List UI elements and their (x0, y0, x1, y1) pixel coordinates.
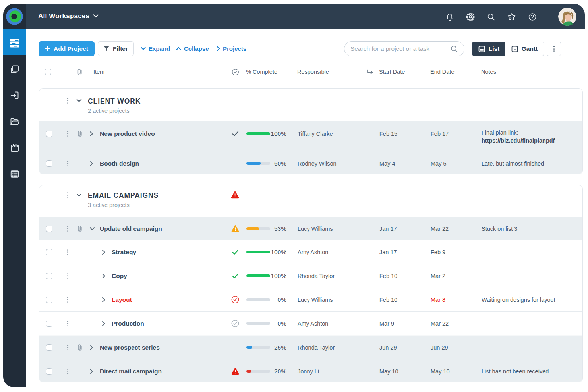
column-item[interactable]: Item (93, 63, 104, 81)
task-name[interactable]: Booth design (100, 152, 139, 174)
row-checkbox[interactable] (46, 344, 52, 351)
kebab-icon[interactable] (66, 273, 70, 279)
star-icon[interactable] (507, 13, 516, 21)
workspace-switcher[interactable]: All Workspaces (38, 4, 99, 29)
row-expand-chevron[interactable] (89, 359, 93, 382)
group-collapse-chevron[interactable] (76, 185, 82, 205)
column-label: End Date (430, 69, 454, 75)
column-notes[interactable]: Notes (481, 63, 496, 81)
view-toggle: List Gantt (472, 42, 544, 56)
kebab-icon[interactable] (66, 369, 70, 374)
chevron-right-icon (89, 369, 93, 374)
row-expand-chevron[interactable] (102, 312, 106, 335)
row-checkbox[interactable] (46, 160, 52, 167)
row-expand-chevron[interactable] (102, 288, 106, 311)
responsible: Rodney Wilson (298, 152, 337, 174)
row-checkbox[interactable] (46, 368, 52, 375)
more-options-button[interactable] (547, 42, 561, 56)
chevron-right-icon (217, 46, 220, 51)
task-row[interactable]: Update old campaign 53% Lucy Williams Ja… (39, 217, 582, 240)
task-row[interactable]: Strategy 100% Amy Ashton Jan 17 Feb 9 (39, 240, 582, 264)
responsible: Jonny Li (298, 359, 319, 382)
status-icon (231, 359, 239, 382)
kebab-icon[interactable] (66, 226, 70, 232)
row-expand-chevron[interactable] (89, 336, 93, 359)
user-avatar[interactable] (558, 8, 576, 26)
column-complete[interactable]: % Complete (246, 63, 277, 81)
sign-in-icon (10, 90, 20, 100)
select-all-checkbox[interactable] (45, 69, 51, 75)
row-checkbox[interactable] (46, 297, 52, 303)
task-name[interactable]: Production (112, 312, 144, 335)
task-row[interactable]: Booth design 60% Rodney Wilson May 4 May… (39, 152, 582, 174)
row-checkbox[interactable] (46, 226, 52, 232)
row-checkbox[interactable] (46, 321, 52, 327)
task-name[interactable]: Layout (112, 288, 132, 311)
start-date: May 4 (379, 152, 395, 174)
collapse-label: Collapse (184, 45, 209, 52)
task-name[interactable]: Copy (112, 264, 127, 288)
row-checkbox[interactable] (46, 249, 52, 255)
sidebar-item-boards[interactable] (3, 56, 26, 82)
kebab-icon[interactable] (66, 192, 70, 198)
task-name[interactable]: Strategy (112, 240, 136, 264)
task-row[interactable]: New prospect series 25% Rhonda Taylor Ju… (39, 335, 582, 359)
row-checkbox[interactable] (46, 273, 52, 279)
expand-link[interactable]: Expand (141, 41, 170, 56)
search-input[interactable] (350, 42, 448, 56)
check-icon (232, 131, 239, 137)
column-end-date[interactable]: End Date (430, 63, 454, 81)
group-collapse-chevron[interactable] (76, 89, 82, 113)
search-icon[interactable] (487, 13, 495, 21)
kebab-icon[interactable] (66, 98, 70, 104)
circle-check-icon (231, 295, 239, 304)
collapse-link[interactable]: Collapse (176, 41, 209, 56)
sidebar-item-documents[interactable] (3, 108, 26, 135)
task-name[interactable]: New prospect series (100, 336, 160, 359)
column-start-date[interactable]: Start Date (379, 63, 405, 81)
row-expand-chevron[interactable] (102, 264, 106, 288)
group-header: CLIENT WORK 2 active projects (39, 89, 582, 121)
sidebar-item-calendar[interactable] (3, 135, 26, 161)
row-expand-chevron[interactable] (102, 240, 106, 264)
chevron-down-icon (76, 99, 82, 102)
kebab-icon[interactable] (66, 321, 70, 326)
column-label: Responsible (297, 69, 329, 75)
kebab-icon[interactable] (66, 131, 70, 137)
sidebar-item-reports[interactable] (3, 161, 26, 187)
task-row[interactable]: New product video 100% Tiffany Clarke Fe… (39, 121, 582, 152)
chevron-right-icon (102, 273, 106, 279)
kebab-icon[interactable] (66, 297, 70, 303)
table-header: Item % Complete Responsible Start Date E… (26, 63, 585, 81)
task-name[interactable]: New product video (100, 121, 155, 146)
task-row[interactable]: Production 0% Amy Ashton Mar 9 Mar 22 (39, 311, 582, 335)
bell-icon[interactable] (445, 13, 454, 21)
add-project-button[interactable]: Add Project (39, 41, 95, 56)
sidebar-item-projects[interactable] (3, 29, 26, 55)
list-view-button[interactable]: List (472, 42, 505, 56)
kebab-icon[interactable] (66, 249, 70, 255)
gantt-view-button[interactable]: Gantt (505, 42, 544, 56)
chevron-right-icon (102, 321, 106, 326)
row-checkbox[interactable] (46, 131, 52, 137)
row-expand-chevron[interactable] (89, 217, 95, 240)
kebab-icon[interactable] (66, 161, 70, 166)
start-date: May 10 (379, 359, 398, 382)
row-expand-chevron[interactable] (89, 152, 93, 174)
row-expand-chevron[interactable] (89, 121, 93, 146)
column-responsible[interactable]: Responsible (297, 63, 329, 81)
projects-link[interactable]: Projects (217, 41, 246, 56)
task-row[interactable]: Layout 0% Lucy Williams Feb 10 Mar 8 Wai… (39, 288, 582, 311)
group-subtitle: 3 active projects (88, 202, 130, 208)
workzone-logo[interactable] (6, 8, 23, 25)
kebab-icon[interactable] (66, 345, 70, 350)
task-name[interactable]: Update old campaign (100, 217, 162, 240)
task-row[interactable]: Copy 100% Rhonda Taylor Feb 10 Mar 2 (39, 264, 582, 288)
sidebar-item-requests[interactable] (3, 82, 26, 108)
task-name[interactable]: Direct mail campaign (100, 359, 162, 382)
help-icon[interactable] (528, 13, 537, 21)
task-row[interactable]: Direct mail campaign 20% Jonny Li May 10… (39, 359, 582, 382)
gear-icon[interactable] (466, 13, 475, 21)
filter-button[interactable]: Filter (98, 41, 134, 56)
end-date: May 10 (431, 359, 450, 382)
